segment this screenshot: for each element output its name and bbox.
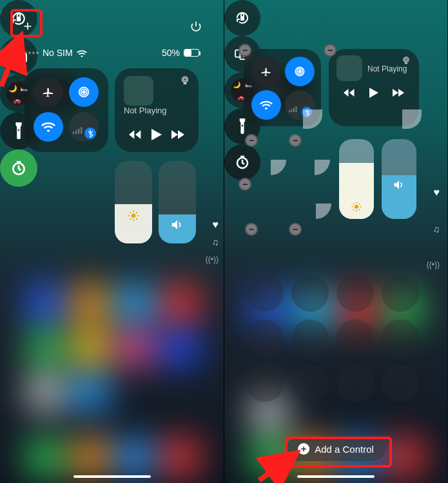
add-control-label: Add a Control — [315, 444, 374, 455]
svg-point-12 — [131, 213, 136, 218]
wifi-toggle[interactable] — [251, 90, 281, 120]
empty-slot[interactable] — [291, 319, 329, 357]
cellular-bluetooth-toggle[interactable] — [69, 112, 99, 142]
brightness-slider[interactable] — [115, 161, 152, 243]
empty-slot[interactable] — [291, 274, 329, 312]
remove-badge[interactable]: − — [245, 134, 258, 147]
add-button[interactable]: + — [18, 17, 37, 36]
power-icon — [190, 20, 202, 33]
svg-rect-3 — [73, 132, 74, 134]
svg-point-8 — [182, 77, 188, 82]
empty-slot[interactable] — [336, 274, 374, 312]
media-module[interactable]: Not Playing — [115, 68, 199, 152]
media-status-label: Not Playing — [124, 106, 190, 115]
airplane-mode-toggle[interactable] — [34, 77, 63, 107]
music-glyph: ♫ — [212, 237, 219, 247]
svg-rect-22 — [296, 106, 297, 112]
cellular-signal-icon — [24, 52, 39, 54]
airplane-mode-toggle[interactable] — [251, 57, 281, 86]
remove-badge[interactable]: − — [245, 223, 258, 236]
cellular-icon — [289, 106, 298, 113]
svg-rect-6 — [81, 127, 82, 133]
remove-badge[interactable]: − — [239, 44, 251, 57]
volume-slider[interactable] — [159, 161, 196, 243]
battery-icon — [184, 49, 199, 57]
power-button[interactable] — [186, 17, 206, 36]
empty-slot[interactable] — [382, 365, 419, 402]
forward-icon[interactable] — [393, 89, 404, 97]
brightness-slider[interactable] — [339, 139, 374, 219]
minus-icon: − — [249, 135, 254, 146]
empty-slot[interactable] — [336, 319, 374, 357]
airdrop-icon — [77, 85, 91, 99]
svg-rect-21 — [293, 108, 295, 112]
control-center-edit-view: − Not Playing − − − — [224, 0, 447, 483]
minus-icon: − — [242, 45, 248, 55]
status-bar: No SIM 50% — [0, 48, 224, 58]
empty-slot[interactable] — [382, 319, 419, 357]
speaker-icon — [170, 218, 184, 231]
svg-rect-19 — [289, 110, 290, 112]
cellular-icon — [73, 126, 83, 135]
forward-icon[interactable] — [171, 130, 184, 139]
svg-rect-5 — [78, 129, 79, 134]
remove-badge[interactable]: − — [289, 134, 302, 147]
music-glyph: ♫ — [433, 224, 440, 234]
remove-badge[interactable]: − — [324, 44, 336, 57]
brightness-icon — [351, 201, 362, 213]
favorites-glyph: ♥ — [434, 187, 440, 198]
empty-slot[interactable] — [246, 365, 284, 402]
play-icon[interactable] — [369, 88, 378, 98]
empty-slot[interactable] — [382, 274, 419, 312]
airdrop-icon — [293, 65, 306, 78]
album-art-placeholder — [336, 55, 362, 81]
airplane-icon — [260, 66, 272, 77]
focus-icon: 🌙 🛏️ 🚗 — [6, 82, 30, 105]
play-icon[interactable] — [151, 129, 162, 140]
empty-slot[interactable] — [246, 319, 284, 357]
svg-point-16 — [298, 70, 300, 72]
brightness-icon — [127, 209, 140, 222]
empty-slot[interactable] — [291, 365, 329, 402]
minus-icon: − — [293, 135, 298, 146]
minus-icon: − — [293, 224, 298, 234]
empty-slot[interactable] — [246, 274, 284, 312]
plus-circle-icon: + — [298, 443, 309, 455]
airdrop-toggle[interactable] — [69, 77, 99, 107]
rewind-icon[interactable] — [129, 130, 142, 139]
airdrop-toggle[interactable] — [285, 57, 315, 86]
favorites-glyph: ♥ — [213, 219, 219, 231]
wifi-toggle[interactable] — [34, 112, 63, 142]
svg-point-7 — [184, 78, 187, 81]
album-art-placeholder — [124, 76, 153, 106]
rewind-icon[interactable] — [344, 89, 355, 97]
minus-icon: − — [242, 179, 248, 189]
svg-rect-4 — [75, 130, 77, 134]
bluetooth-icon — [88, 129, 93, 137]
carrier-label: No SIM — [43, 48, 73, 58]
control-center-view: + No SIM 50% — [0, 0, 224, 483]
home-indicator[interactable] — [297, 475, 375, 478]
empty-slot[interactable] — [336, 365, 374, 402]
speaker-icon — [393, 179, 405, 191]
empty-slot-grid — [246, 274, 419, 402]
svg-point-24 — [404, 57, 409, 62]
svg-rect-20 — [291, 109, 293, 112]
minus-icon: − — [327, 45, 333, 55]
remove-badge[interactable]: − — [289, 223, 302, 236]
airplane-icon — [42, 86, 55, 99]
volume-slider[interactable] — [382, 139, 416, 219]
svg-point-23 — [405, 59, 407, 61]
svg-point-0 — [83, 91, 85, 93]
hotspot-glyph: ((•)) — [427, 260, 440, 269]
battery-percentage: 50% — [162, 48, 180, 58]
media-status-label: Not Playing — [367, 64, 411, 73]
add-control-button[interactable]: + Add a Control — [286, 437, 385, 461]
airplay-icon[interactable] — [179, 75, 191, 86]
wifi-icon — [260, 100, 273, 110]
remove-badge[interactable]: − — [239, 178, 251, 191]
home-indicator[interactable] — [73, 475, 151, 478]
svg-point-28 — [355, 205, 358, 209]
wifi-icon — [41, 121, 55, 133]
connectivity-module[interactable] — [24, 68, 108, 152]
